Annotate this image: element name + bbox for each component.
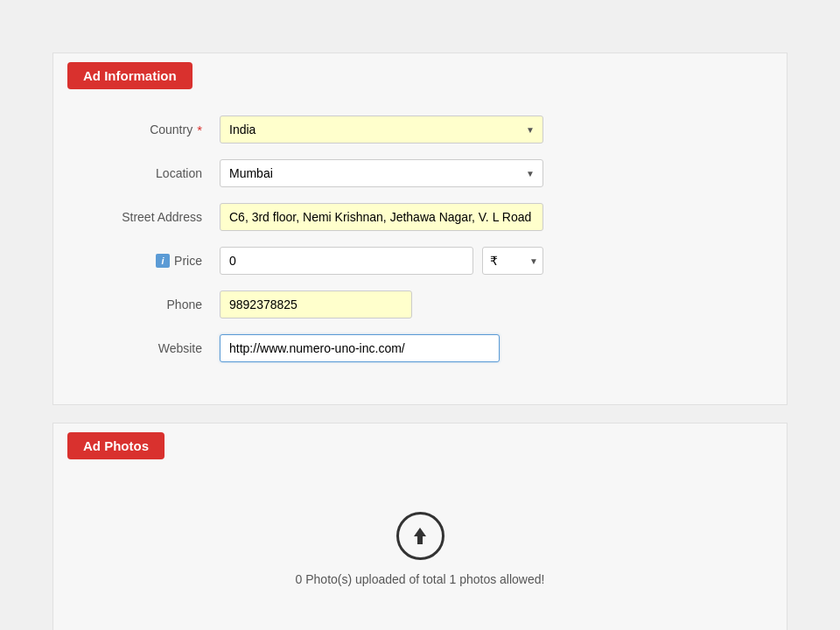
- price-label: i Price: [88, 254, 220, 268]
- upload-status: 0 Photo(s) uploaded of total 1 photos al…: [296, 572, 545, 586]
- ad-information-section: Ad Information Country * India USA UK Au…: [52, 52, 788, 405]
- info-icon: i: [156, 254, 170, 268]
- country-row: Country * India USA UK Australia: [88, 116, 752, 144]
- price-input[interactable]: [220, 247, 473, 275]
- ad-photos-body: 0 Photo(s) uploaded of total 1 photos al…: [53, 468, 787, 630]
- phone-row: Phone: [88, 290, 752, 318]
- phone-control: [220, 290, 543, 318]
- country-select-wrapper: India USA UK Australia: [220, 116, 543, 144]
- required-star: *: [197, 122, 202, 137]
- website-label: Website: [88, 341, 220, 355]
- location-control: Mumbai Delhi Bangalore Chennai: [220, 159, 543, 187]
- price-row: i Price ₹ $ € £: [88, 247, 752, 275]
- ad-photos-title: Ad Photos: [67, 432, 164, 459]
- phone-input[interactable]: [220, 290, 412, 318]
- location-row: Location Mumbai Delhi Bangalore Chennai: [88, 159, 752, 187]
- currency-select[interactable]: ₹ $ € £: [482, 247, 543, 275]
- ad-photos-section: Ad Photos 0 Photo(s) uploaded of total 1…: [52, 423, 788, 630]
- street-address-control: [220, 203, 543, 231]
- ad-information-body: Country * India USA UK Australia: [53, 98, 787, 404]
- price-control: ₹ $ € £: [220, 247, 543, 275]
- country-label: Country *: [88, 122, 220, 137]
- upload-area: 0 Photo(s) uploaded of total 1 photos al…: [88, 486, 752, 604]
- ad-information-header: Ad Information: [53, 53, 787, 98]
- upload-icon: [409, 525, 431, 548]
- svg-marker-0: [414, 528, 426, 544]
- street-address-input[interactable]: [220, 203, 543, 231]
- location-select-wrapper: Mumbai Delhi Bangalore Chennai: [220, 159, 543, 187]
- location-label: Location: [88, 166, 220, 180]
- phone-label: Phone: [88, 298, 220, 312]
- location-select[interactable]: Mumbai Delhi Bangalore Chennai: [220, 159, 543, 187]
- country-control: India USA UK Australia: [220, 116, 543, 144]
- ad-photos-header: Ad Photos: [53, 424, 787, 468]
- website-input[interactable]: [220, 334, 500, 362]
- ad-information-title: Ad Information: [67, 62, 192, 89]
- street-address-row: Street Address: [88, 203, 752, 231]
- website-control: [220, 334, 543, 362]
- currency-select-wrapper: ₹ $ € £: [482, 247, 543, 275]
- street-address-label: Street Address: [88, 210, 220, 224]
- country-select[interactable]: India USA UK Australia: [220, 116, 543, 144]
- upload-button[interactable]: [396, 512, 444, 560]
- website-row: Website: [88, 334, 752, 362]
